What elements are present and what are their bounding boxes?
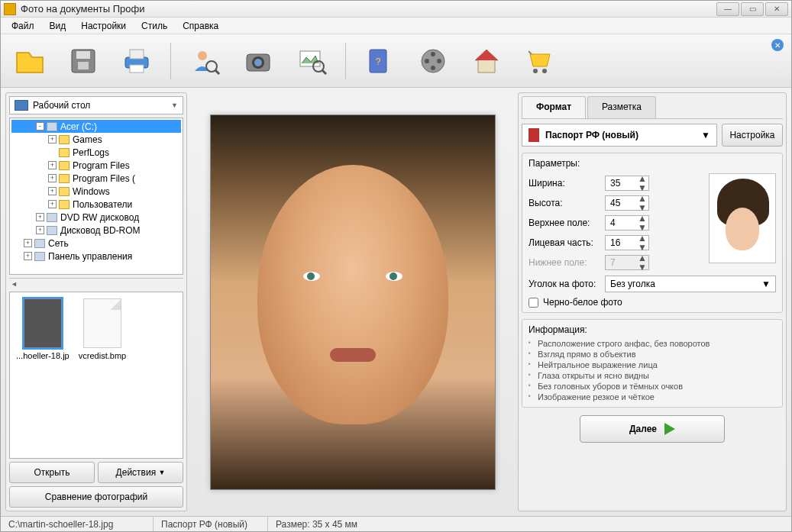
format-select[interactable]: Паспорт РФ (новый) ▼ bbox=[522, 124, 717, 147]
width-spinbox[interactable]: 35▲▼ bbox=[605, 176, 649, 191]
svg-rect-2 bbox=[78, 62, 89, 69]
svg-rect-4 bbox=[130, 50, 144, 59]
desktop-icon bbox=[15, 100, 28, 111]
info-item: Изображение резкое и чёткое bbox=[529, 392, 776, 402]
toolbar: ? ✕ bbox=[1, 34, 791, 88]
menu-settings[interactable]: Настройки bbox=[76, 19, 131, 33]
svg-rect-1 bbox=[76, 51, 90, 59]
close-button[interactable]: ✕ bbox=[765, 2, 788, 16]
bw-label: Черно-белое фото bbox=[543, 297, 622, 308]
film-reel-icon[interactable] bbox=[413, 41, 453, 81]
svg-point-19 bbox=[437, 59, 441, 63]
svg-point-23 bbox=[542, 69, 547, 73]
tree-item[interactable]: PerfLogs bbox=[11, 146, 181, 159]
find-person-icon[interactable] bbox=[185, 41, 225, 81]
save-icon[interactable] bbox=[63, 41, 103, 81]
svg-point-18 bbox=[431, 52, 435, 56]
tree-item[interactable]: +DVD RW дисковод bbox=[11, 211, 181, 224]
svg-line-14 bbox=[322, 70, 326, 74]
status-size: Размер: 35 x 45 мм bbox=[268, 517, 791, 531]
tree-item[interactable]: +Program Files ( bbox=[11, 172, 181, 185]
info-item: Нейтральное выражение лица bbox=[529, 360, 776, 370]
menu-file[interactable]: Файл bbox=[7, 19, 39, 33]
params-title: Параметры: bbox=[529, 158, 776, 169]
tree-scrollbar[interactable]: ◄ bbox=[9, 278, 183, 289]
location-combo[interactable]: Рабочий стол ▼ bbox=[9, 96, 183, 114]
titlebar: Фото на документы Профи — ▭ ✕ bbox=[1, 1, 791, 18]
minimize-button[interactable]: — bbox=[716, 2, 739, 16]
file-browser-panel: Рабочий стол ▼ -Acer (C:)+GamesPerfLogs+… bbox=[5, 92, 187, 511]
photo-preview bbox=[192, 92, 513, 511]
info-item: Глаза открыты и ясно видны bbox=[529, 370, 776, 381]
info-title: Информация: bbox=[529, 324, 776, 335]
status-format: Паспорт РФ (новый) bbox=[154, 517, 268, 531]
print-icon[interactable] bbox=[117, 41, 157, 81]
tree-item[interactable]: +Пользователи bbox=[11, 198, 181, 211]
thumbnail[interactable]: vcredist.bmp bbox=[76, 298, 129, 360]
svg-point-6 bbox=[198, 51, 207, 60]
info-item: Без головных уборов и тёмных очков bbox=[529, 381, 776, 392]
thumbnail-list: ...hoeller-18.jpgvcredist.bmp bbox=[9, 292, 183, 459]
next-button[interactable]: Далее bbox=[580, 415, 725, 443]
tree-item[interactable]: +Games bbox=[11, 133, 181, 146]
open-button[interactable]: Открыть bbox=[9, 462, 95, 483]
status-file: C:\martin-schoeller-18.jpg bbox=[1, 517, 154, 531]
menu-view[interactable]: Вид bbox=[45, 19, 71, 33]
settings-panel: Формат Разметка Паспорт РФ (новый) ▼ Нас… bbox=[518, 92, 787, 511]
face-height-spinbox[interactable]: 16▲▼ bbox=[605, 235, 649, 250]
menu-help[interactable]: Справка bbox=[178, 19, 223, 33]
statusbar: C:\martin-schoeller-18.jpg Паспорт РФ (н… bbox=[1, 516, 791, 531]
tab-markup[interactable]: Разметка bbox=[587, 96, 656, 118]
close-panel-icon[interactable]: ✕ bbox=[771, 39, 784, 51]
svg-point-22 bbox=[533, 69, 538, 73]
parameters-box: Параметры: Ширина:35▲▼ Высота:45▲▼ Верхн… bbox=[522, 153, 783, 313]
settings-button[interactable]: Настройка bbox=[722, 124, 783, 147]
svg-point-20 bbox=[431, 66, 435, 70]
info-box: Информация: Расположение строго анфас, б… bbox=[522, 319, 783, 408]
menubar: Файл Вид Настройки Стиль Справка bbox=[1, 18, 791, 34]
compare-button[interactable]: Сравнение фотографий bbox=[9, 486, 183, 508]
height-spinbox[interactable]: 45▲▼ bbox=[605, 195, 649, 211]
svg-text:?: ? bbox=[376, 56, 381, 67]
home-icon[interactable] bbox=[467, 41, 506, 81]
tabs: Формат Разметка bbox=[522, 96, 783, 119]
tree-item[interactable]: +Панель управления bbox=[11, 250, 181, 263]
folder-tree[interactable]: -Acer (C:)+GamesPerfLogs+Program Files+P… bbox=[9, 118, 183, 275]
app-window: Фото на документы Профи — ▭ ✕ Файл Вид Н… bbox=[0, 0, 792, 532]
corner-select[interactable]: Без уголка▼ bbox=[605, 276, 776, 292]
camera-icon[interactable] bbox=[238, 41, 278, 81]
actions-button[interactable]: Действия ▼ bbox=[98, 462, 183, 483]
cart-icon[interactable] bbox=[520, 41, 560, 81]
info-item: Расположение строго анфас, без поворотов bbox=[529, 338, 776, 349]
chevron-down-icon: ▼ bbox=[171, 102, 178, 109]
svg-point-11 bbox=[254, 59, 262, 66]
bottom-margin-spinbox: 7▲▼ bbox=[605, 255, 649, 270]
tree-item[interactable]: -Acer (C:) bbox=[11, 120, 181, 133]
window-title: Фото на документы Профи bbox=[21, 3, 715, 15]
tree-item[interactable]: +Дисковод BD-ROM bbox=[11, 224, 181, 237]
picture-search-icon[interactable] bbox=[292, 41, 331, 81]
location-label: Рабочий стол bbox=[33, 100, 90, 111]
bw-checkbox[interactable] bbox=[529, 298, 538, 308]
passport-icon bbox=[529, 128, 539, 142]
top-margin-spinbox[interactable]: 4▲▼ bbox=[605, 215, 649, 231]
svg-line-24 bbox=[529, 51, 532, 54]
tree-item[interactable]: +Program Files bbox=[11, 159, 181, 172]
info-item: Взгляд прямо в объектив bbox=[529, 349, 776, 360]
chevron-down-icon: ▼ bbox=[701, 130, 710, 140]
help-book-icon[interactable]: ? bbox=[360, 41, 399, 81]
tab-format[interactable]: Формат bbox=[522, 96, 586, 118]
app-icon bbox=[4, 3, 16, 15]
thumbnail[interactable]: ...hoeller-18.jpg bbox=[16, 298, 70, 360]
menu-style[interactable]: Стиль bbox=[137, 19, 172, 33]
main-photo[interactable] bbox=[210, 114, 496, 490]
sample-preview bbox=[709, 173, 776, 263]
svg-rect-5 bbox=[130, 65, 144, 73]
tree-item[interactable]: +Сеть bbox=[11, 237, 181, 250]
maximize-button[interactable]: ▭ bbox=[741, 2, 764, 16]
svg-line-8 bbox=[215, 70, 219, 74]
svg-point-21 bbox=[425, 59, 429, 63]
svg-point-7 bbox=[206, 61, 217, 72]
tree-item[interactable]: +Windows bbox=[11, 185, 181, 198]
open-folder-icon[interactable] bbox=[10, 41, 50, 81]
